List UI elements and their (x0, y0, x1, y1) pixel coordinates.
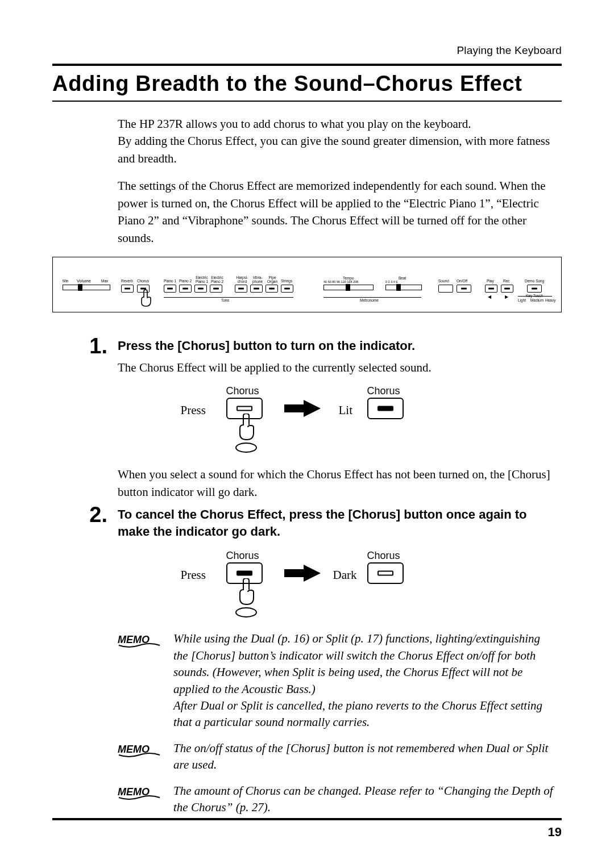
tone-button-4 (235, 285, 247, 293)
fig1-finger-icon (232, 414, 260, 456)
metronome-label: Metronome (360, 298, 379, 302)
step-1-text: The Chorus Effect will be applied to the… (118, 359, 556, 376)
sound-label: Sound (438, 279, 449, 283)
memo-1: MEMO While using the Dual (p. 16) or Spl… (118, 631, 562, 731)
tone-3-label: Electric Piano 2 (210, 276, 225, 283)
intro-paragraph-2: The settings of the Chorus Effect are me… (118, 177, 556, 247)
keytouch-medium: Medium (530, 298, 544, 302)
tempo-ticks: 40 60 80 96 120 168 208 (323, 280, 358, 283)
fig1-chorus-button-lit (367, 398, 404, 419)
play-button (485, 285, 497, 293)
step-1-heading: Press the [Chorus] button to turn on the… (118, 337, 562, 354)
beat-label: Beat (399, 276, 406, 280)
rec-label: Rec (503, 279, 510, 283)
title-underline (52, 101, 562, 102)
fwd-icon: ▶ (505, 294, 508, 299)
tone-2-label: Electric Piano 1 (194, 276, 209, 283)
tone-1-label: Piano 2 (179, 279, 192, 283)
step-1-number: 1. (52, 335, 118, 357)
fig1-press-label: Press (181, 403, 206, 418)
memo-2-text: The on/off status of the [Chorus] button… (162, 740, 562, 774)
svg-point-1 (236, 608, 256, 617)
tone-button-3 (210, 285, 222, 293)
keytouch-label: Key Touch (526, 294, 543, 298)
fig1-arrow-icon (283, 399, 323, 420)
sound-button (438, 285, 453, 293)
tone-group-label: Tone (221, 298, 229, 302)
fig1-chorus-label-left: Chorus (226, 385, 259, 397)
reverb-button (121, 285, 134, 293)
fig2-chorus-label-right: Chorus (367, 550, 400, 562)
tone-button-2 (194, 285, 207, 293)
tone-5-label: Vibra-phone (250, 276, 265, 283)
memo-badge-icon: MEMO (118, 740, 162, 774)
volume-label: Volume (77, 278, 91, 283)
tone-button-5 (250, 285, 263, 293)
step-2-heading: To cancel the Chorus Effect, press the [… (118, 506, 562, 540)
tone-0-label: Piano 1 (164, 279, 176, 283)
play-label: Play (487, 279, 494, 283)
volume-min-label: Min (63, 279, 68, 283)
reverb-label: Reverb (121, 279, 133, 283)
keytouch-light: Light (518, 298, 526, 302)
tone-group-underline (164, 297, 293, 298)
step-1-figure: Press Chorus Lit Chorus (181, 385, 499, 453)
tempo-label: Tempo (343, 276, 354, 280)
fig2-chorus-button-off (367, 562, 404, 584)
step-1-after-text: When you select a sound for which the Ch… (118, 466, 556, 500)
intro-paragraph-1: The HP 237R allows you to add chorus to … (118, 115, 556, 167)
fig1-chorus-label-right: Chorus (367, 385, 400, 397)
beat-ticks: 0 2 3 4 6 (385, 280, 397, 283)
tempo-slider (323, 285, 374, 290)
onoff-button (457, 285, 471, 293)
volume-max-label: Max (101, 279, 108, 283)
tone-button-0 (164, 285, 176, 293)
chorus-label: Chorus (137, 279, 149, 283)
page-number: 19 (52, 825, 562, 840)
metronome-underline (323, 297, 421, 298)
tone-button-7 (281, 285, 293, 293)
demo-label: Demo Song (525, 279, 544, 283)
fig2-press-label: Press (181, 568, 206, 582)
fig2-chorus-label-left: Chorus (226, 550, 259, 562)
top-rule (52, 64, 562, 66)
fig2-result-label: Dark (333, 568, 357, 582)
beat-slider (385, 285, 422, 290)
control-panel-figure: Min Volume Max Reverb Chorus Piano 1 Pia… (52, 257, 562, 312)
step-2-number: 2. (52, 504, 118, 525)
rec-button (501, 285, 513, 293)
memo-2: MEMO The on/off status of the [Chorus] b… (118, 740, 562, 774)
volume-slider (63, 285, 110, 290)
fig2-arrow-icon (283, 564, 323, 585)
page-title: Adding Breadth to the Sound–Chorus Effec… (52, 72, 562, 96)
fig1-result-label: Lit (339, 403, 353, 418)
memo-badge-icon: MEMO (118, 783, 162, 816)
memo-3-text: The amount of Chorus can be changed. Ple… (162, 783, 562, 816)
tone-4-label: Harpsi-chord (235, 276, 250, 283)
memo-badge-icon: MEMO (118, 631, 162, 731)
memo-3: MEMO The amount of Chorus can be changed… (118, 783, 562, 816)
footer-rule (52, 818, 562, 820)
tone-button-6 (265, 285, 278, 293)
tone-6-label: Pipe Organ (265, 276, 279, 283)
fig2-finger-icon (232, 578, 260, 620)
tone-7-label: Strings (281, 279, 292, 283)
onoff-label: On/Off (457, 279, 467, 283)
tone-button-1 (179, 285, 192, 293)
memo-1-text: While using the Dual (p. 16) or Split (p… (162, 631, 562, 731)
keytouch-heavy: Heavy (545, 298, 555, 302)
step-2-figure: Press Chorus Dark Chorus (181, 550, 499, 618)
chorus-press-finger-icon (138, 289, 155, 310)
running-header: Playing the Keyboard (52, 44, 562, 57)
bwd-icon: ◀ (488, 294, 491, 299)
demo-button (527, 285, 542, 293)
svg-point-0 (236, 443, 256, 452)
